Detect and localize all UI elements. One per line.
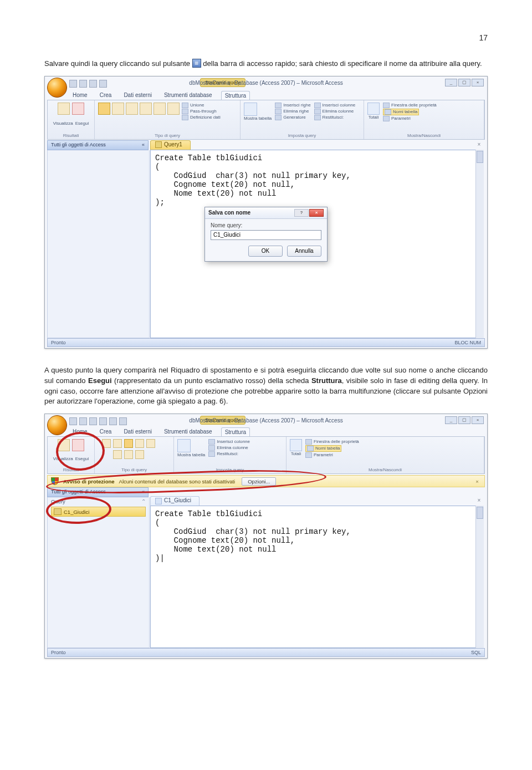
seleziona-button[interactable]	[98, 103, 110, 115]
nav-pane-header[interactable]: Tutti gli oggetti di Access «	[47, 140, 149, 150]
parametri-button[interactable]: Parametri	[305, 452, 333, 458]
qtype-5[interactable]	[146, 439, 155, 448]
totali-button[interactable]	[290, 439, 302, 451]
aggiornamento-button[interactable]	[140, 103, 152, 115]
ribbon-tab-strip[interactable]: Home Crea Dati esterni Strumenti databas…	[69, 427, 250, 436]
inserisci-righe-button[interactable]: Inserisci righe	[275, 103, 310, 108]
security-close-button[interactable]: ×	[473, 478, 481, 485]
window-title: dbMostraCanina : Database (Access 2007) …	[189, 80, 342, 86]
group-label-mostra-nascondi: Mostra/Nascondi	[367, 133, 480, 138]
passthrough-button[interactable]: Pass-through	[182, 109, 217, 114]
esegui-button[interactable]	[72, 439, 84, 451]
nomi-tabella-button[interactable]: Nomi tabella	[305, 445, 341, 452]
visualizza-button[interactable]	[58, 439, 70, 451]
tab-home[interactable]: Home	[69, 91, 91, 100]
tab-struttura[interactable]: Struttura	[221, 91, 250, 100]
maximize-button[interactable]: ▢	[458, 79, 470, 86]
mostra-tabella-button[interactable]	[177, 439, 191, 452]
close-button[interactable]: ×	[472, 416, 484, 424]
tab-dati-esterni[interactable]: Dati esterni	[120, 91, 155, 100]
tab-crea[interactable]: Crea	[96, 91, 115, 100]
minimize-button[interactable]: _	[445, 416, 457, 424]
unione-button[interactable]: Unione	[182, 103, 204, 108]
query-name-input[interactable]	[211, 230, 321, 240]
tab-crea[interactable]: Crea	[96, 427, 115, 436]
quick-access-toolbar[interactable]	[69, 416, 127, 426]
qtype-3[interactable]	[124, 439, 133, 448]
quick-access-toolbar[interactable]	[69, 79, 107, 89]
eliminazione-button[interactable]	[167, 103, 180, 115]
cancel-button[interactable]: Annulla	[287, 246, 321, 257]
maximize-button[interactable]: ▢	[458, 416, 470, 424]
tab-struttura[interactable]: Struttura	[221, 427, 250, 436]
nav-group-query[interactable]: Query ⌃	[51, 498, 146, 504]
ok-button[interactable]: OK	[248, 246, 283, 257]
restituisci-button[interactable]: Restituisci:	[314, 115, 344, 120]
inserisci-colonne-button[interactable]: Inserisci colonne	[314, 103, 356, 108]
chevron-left-icon[interactable]: «	[142, 142, 145, 147]
nav-pane[interactable]: Query ⌃ C1_Giudici	[47, 497, 150, 648]
esegui-button[interactable]	[72, 103, 84, 115]
chevron-left-icon[interactable]: «	[142, 489, 145, 494]
totali-button[interactable]	[367, 103, 380, 115]
document-close-button[interactable]: ×	[475, 497, 483, 504]
window-controls[interactable]: _ ▢ ×	[445, 79, 484, 86]
nav-pane-header[interactable]: Tutti gli oggetti di Access «	[47, 487, 149, 497]
qtype-8[interactable]	[135, 450, 144, 459]
dialog-help-button[interactable]: ?	[294, 209, 309, 217]
tab-strumenti-database[interactable]: Strumenti database	[161, 427, 216, 436]
campi-incrociati-button[interactable]	[154, 103, 166, 115]
close-button[interactable]: ×	[472, 79, 484, 86]
dialog-titlebar[interactable]: Salva con nome ? ×	[205, 207, 327, 219]
inserisci-colonne-button[interactable]: Inserisci colonne	[208, 439, 250, 445]
security-label: Avviso di protezione	[63, 478, 115, 485]
qtype-2[interactable]	[113, 439, 122, 448]
query-name-label: Nome query:	[211, 222, 321, 228]
elimina-righe-button[interactable]: Elimina righe	[275, 109, 309, 114]
qtype-4[interactable]	[135, 439, 144, 448]
query-icon	[54, 508, 62, 515]
group-label-tipo-query: Tipo di query	[98, 133, 237, 138]
vertical-scrollbar[interactable]	[475, 506, 484, 648]
nomi-tabella-button[interactable]: Nomi tabella	[383, 109, 419, 115]
status-right: SQL	[471, 650, 481, 655]
vertical-scrollbar[interactable]	[475, 150, 484, 338]
qtype-7[interactable]	[124, 450, 133, 459]
elimina-colonne-button[interactable]: Elimina colonne	[208, 445, 248, 451]
generatore-button[interactable]: Generatore	[275, 115, 305, 120]
qtype-6[interactable]	[113, 450, 122, 459]
office-button[interactable]	[47, 78, 67, 98]
restituisci-button[interactable]: Restituisci:	[208, 451, 238, 457]
qtype-1[interactable]	[102, 439, 111, 448]
nav-item-c1-giudici[interactable]: C1_Giudici	[51, 507, 146, 517]
security-options-button[interactable]: Opzioni...	[242, 477, 276, 486]
tab-strumenti-database[interactable]: Strumenti database	[161, 91, 216, 100]
ribbon-tab-strip[interactable]: Home Crea Dati esterni Strumenti databas…	[69, 91, 250, 100]
save-as-dialog: Salva con nome ? × Nome query: OK Annull…	[204, 207, 328, 262]
parametri-button[interactable]: Parametri	[383, 116, 411, 121]
creazione-tabella-button[interactable]	[112, 103, 124, 115]
document-close-button[interactable]: ×	[475, 141, 483, 149]
page-number: 17	[44, 33, 488, 42]
para1-text-b: della barra di accesso rapido; sarà chie…	[203, 59, 482, 68]
window-controls[interactable]: _ ▢ ×	[445, 416, 484, 424]
sql-editor[interactable]: Create Table tblGiudici ( CodGiud char(3…	[150, 506, 484, 648]
collapse-icon[interactable]: ⌃	[141, 498, 146, 504]
tab-home[interactable]: Home	[69, 427, 91, 436]
status-left: Pronto	[51, 650, 66, 655]
ribbon: Visualizza Esegui Risultati Tipo di quer…	[47, 436, 485, 474]
mostra-tabella-button[interactable]	[244, 103, 257, 116]
office-button[interactable]	[47, 415, 67, 435]
tab-dati-esterni[interactable]: Dati esterni	[120, 427, 155, 436]
nav-pane[interactable]	[47, 150, 150, 338]
definizione-dati-button[interactable]: Definizione dati	[182, 115, 221, 120]
ribbon-group-mostra-nascondi: Totali Finestra delle proprietà Nomi tab…	[287, 437, 484, 473]
group-label-tipo-query: Tipo di query	[98, 467, 170, 472]
minimize-button[interactable]: _	[445, 79, 457, 86]
finestra-proprieta-button[interactable]: Finestra delle proprietà	[383, 103, 437, 108]
accodamento-button[interactable]	[126, 103, 138, 115]
elimina-colonne-button[interactable]: Elimina colonne	[314, 109, 354, 114]
visualizza-button[interactable]	[58, 103, 70, 115]
finestra-proprieta-button[interactable]: Finestra delle proprietà	[305, 439, 359, 445]
dialog-close-button[interactable]: ×	[309, 209, 324, 217]
